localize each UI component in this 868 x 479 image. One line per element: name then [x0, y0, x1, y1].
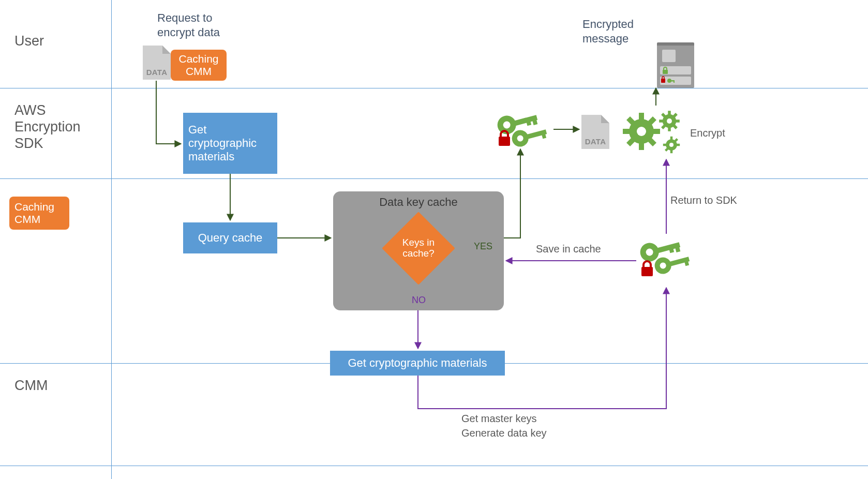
arrows-layer — [0, 0, 868, 479]
